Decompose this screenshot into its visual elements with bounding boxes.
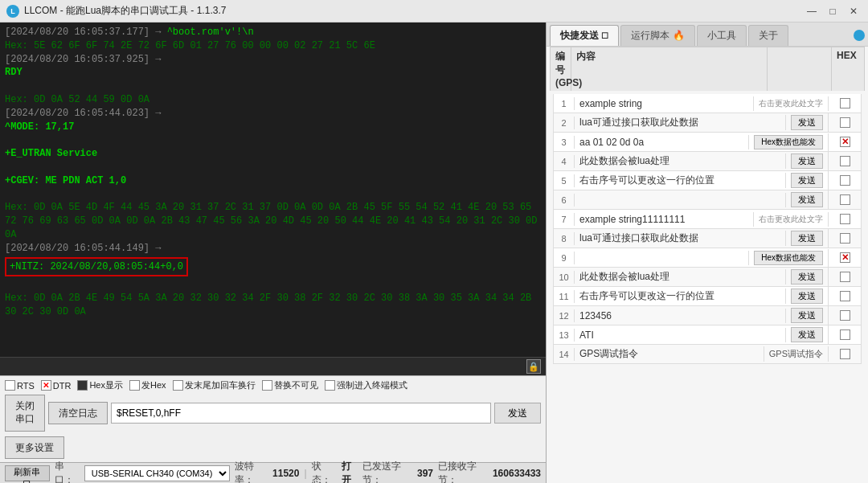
row-hex-checkbox[interactable] [840,175,850,186]
statusbar: 刷新串口 串口： USB-SERIAL CH340 (COM34) 波特率： 1… [0,462,546,483]
row-num[interactable]: 12 [554,309,575,322]
dtr-label: DTR [53,381,72,391]
row-content [575,115,786,130]
term-line: [2024/08/20 16:05:44.023] → [5,107,541,121]
app-title: LLCOM - 能跑Lua脚本的串口调试工具 - 1.1.3.7 [24,4,799,18]
row-num[interactable]: 9 [554,252,575,264]
row-send-button[interactable]: 发送 [791,289,823,304]
table-row: 5发送 [553,171,862,190]
hex-display-checkbox[interactable] [77,380,88,391]
row-hex-checkbox[interactable] [840,310,850,321]
clear-log-button[interactable]: 清空日志 [48,402,108,424]
row-content-input[interactable] [579,214,748,225]
minimize-button[interactable]: — [804,4,820,18]
send-input[interactable] [111,403,491,424]
row-send-button[interactable]: 发送 [791,308,823,323]
row-content-input[interactable] [579,233,780,244]
row-num[interactable]: 6 [554,194,575,207]
row-hex-checkbox[interactable] [840,291,850,301]
row-content [575,328,786,342]
rts-label: RTS [17,381,35,391]
row-action-label: 右击更改此处文字 [759,98,823,109]
row-num[interactable]: 14 [554,348,575,361]
row-content-input[interactable] [579,330,780,341]
row-hex-checkbox[interactable] [840,233,850,244]
lock-icon[interactable]: 🔒 [526,359,541,374]
row-send-button[interactable]: 发送 [791,327,823,342]
maximize-button[interactable]: □ [825,4,841,18]
send-hex-checkbox[interactable] [129,380,140,391]
row-hex-checkbox[interactable] [840,214,850,224]
row-content-input[interactable] [579,272,780,283]
term-line: [2024/08/20 16:05:37.177] → ^boot.rom'v'… [5,26,541,39]
row-hex-checkbox[interactable] [840,117,850,128]
row-hex-checkbox[interactable] [840,272,850,282]
row-num[interactable]: 2 [554,117,575,129]
dtr-checkbox[interactable]: ✕ [41,380,51,391]
row-hex-checkbox[interactable] [840,330,850,340]
tabs: 快捷发送 ☐ 运行脚本 🔥 小工具 关于 [547,23,868,47]
row-hex-checkbox[interactable] [840,349,850,359]
row-num[interactable]: 1 [554,97,575,110]
tab-quick-send[interactable]: 快捷发送 ☐ [550,25,619,46]
terminal-mode-checkbox[interactable] [325,380,335,391]
app-logo: L [6,5,19,18]
row-action: 发送 [786,229,829,248]
row-action: 发送 [786,268,829,286]
row-hex-checkbox[interactable] [840,98,850,108]
cr-lf-label: 发末尾加回车换行 [185,379,256,391]
tab-tools[interactable]: 小工具 [697,25,747,46]
row-hex-send-button[interactable]: Hex数据也能发 [754,135,823,149]
row-num[interactable]: 4 [554,155,575,168]
send-row: 关闭 串口 清空日志 发送 [5,395,541,432]
row-content [575,309,786,323]
more-settings-button[interactable]: 更多设置 [5,436,64,459]
row-content-input[interactable] [579,291,780,302]
close-port-button[interactable]: 关闭 串口 [5,395,45,432]
row-send-button[interactable]: 发送 [791,269,823,284]
row-send-button[interactable]: 发送 [791,173,823,188]
row-content-input[interactable] [579,137,743,148]
row-content-input[interactable] [579,310,780,321]
row-content [575,212,754,227]
row-content [575,231,786,246]
row-hex-checkbox[interactable]: ✕ [840,137,850,147]
row-content-input[interactable] [579,194,780,206]
row-hex-cell [829,328,861,342]
row-num[interactable]: 8 [554,232,575,245]
row-content-input[interactable] [579,117,780,129]
send-button[interactable]: 发送 [494,403,541,424]
row-send-button[interactable]: 发送 [791,153,823,169]
row-content-input[interactable] [579,98,748,109]
row-content-input[interactable] [579,252,743,264]
row-content-input[interactable] [579,349,759,360]
term-blank [5,161,541,174]
row-num[interactable]: 5 [554,174,575,187]
replace-checkbox[interactable] [262,380,272,391]
row-num[interactable]: 10 [554,271,575,284]
row-send-button[interactable]: 发送 [791,231,823,246]
rts-checkbox[interactable] [5,380,15,391]
row-send-button[interactable]: 发送 [791,115,823,130]
row-hex-checkbox[interactable] [840,156,850,166]
row-num[interactable]: 7 [554,213,575,226]
row-num[interactable]: 13 [554,329,575,342]
row-send-button[interactable]: 发送 [791,192,823,207]
row-content-input[interactable] [579,156,780,167]
refresh-port-button[interactable]: 刷新串口 [5,465,50,481]
table-row: 11发送 [553,287,862,306]
row-content-input[interactable] [579,175,780,186]
row-hex-checkbox[interactable] [840,194,850,205]
row-hex-checkbox[interactable]: ✕ [840,252,850,263]
close-button[interactable]: ✕ [845,4,862,18]
cr-lf-checkbox[interactable] [173,380,183,391]
term-line: +E_UTRAN Service [5,147,541,161]
tab-run-script[interactable]: 运行脚本 🔥 [620,25,694,46]
quick-send-list: 1右击更改此处文字2发送3Hex数据也能发✕4发送5发送6发送7右击更改此处文字… [547,91,868,483]
row-num[interactable]: 3 [554,136,575,149]
row-hex-cell [829,309,861,322]
tab-about[interactable]: 关于 [748,25,788,46]
row-num[interactable]: 11 [554,290,575,303]
port-select[interactable]: USB-SERIAL CH340 (COM34) [84,465,230,481]
row-hex-send-button[interactable]: Hex数据也能发 [754,251,823,265]
